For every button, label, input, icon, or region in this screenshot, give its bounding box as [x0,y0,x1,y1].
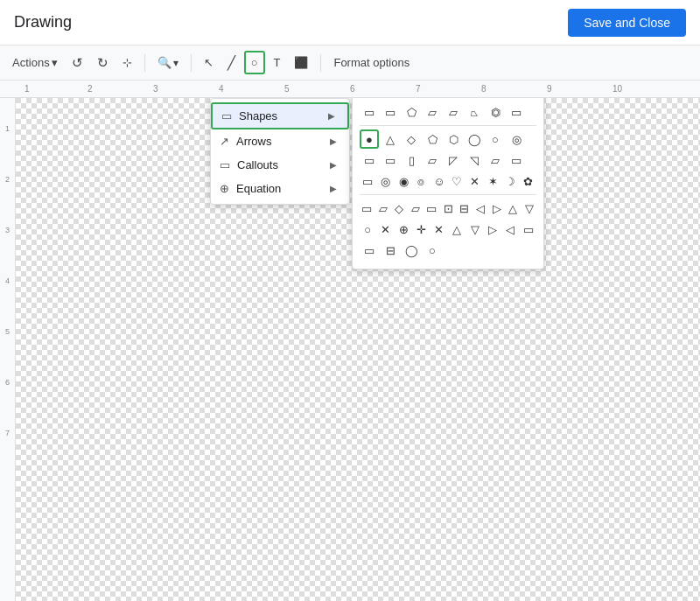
shape-diamond[interactable]: ◇ [402,129,421,149]
shapes-row-3: ▭ ◎ ◉ ⌾ ☺ ♡ ✕ ✶ ☽ ✿ [360,171,536,191]
shape-star[interactable]: ✶ [485,171,500,191]
ruler-v-mark-1: 1 [5,124,10,133]
arrows-menu-item[interactable]: ↗ Arrows ▶ [211,129,349,153]
ruler-mark-4: 4 [219,84,224,94]
shape-r3[interactable]: ▯ [402,150,421,170]
actions-menu-button[interactable]: Actions ▾ [7,52,63,73]
shape-rect3[interactable]: ▭ [507,102,526,122]
select-icon: ↖ [204,56,214,69]
shape-t11[interactable]: ▽ [522,199,536,218]
shape-r5[interactable]: ◸ [444,150,463,170]
format-options-button[interactable]: Format options [328,52,415,73]
shape-u3[interactable]: ⊕ [396,220,411,239]
shape-v2[interactable]: ⊟ [381,241,400,260]
shape-u9[interactable]: ◁ [502,220,518,239]
shape-moon[interactable]: ☽ [502,171,518,191]
shape-triangle[interactable]: △ [381,129,400,149]
shape-s1[interactable]: ▭ [360,171,375,191]
shape-t1[interactable]: ▭ [360,199,374,218]
undo-icon: ↺ [72,55,83,71]
shape-t5[interactable]: ▭ [424,199,439,218]
shape-s3[interactable]: ◉ [396,171,411,191]
shape-u1[interactable]: ○ [360,220,375,239]
shape-x[interactable]: ✕ [466,171,482,191]
ruler-mark-7: 7 [416,84,421,94]
ruler-mark-1: 1 [24,84,30,94]
shape-t6[interactable]: ⊡ [441,199,456,218]
shape-u4[interactable]: ✛ [413,220,429,239]
move-button[interactable]: ⊹ [117,52,137,73]
callouts-menu-label: Callouts [237,158,278,171]
shape-t8[interactable]: ◁ [473,199,488,218]
move-icon: ⊹ [122,56,132,69]
shapes-row-5: ○ ✕ ⊕ ✛ ✕ △ ▽ ▷ ◁ ▭ [360,220,536,239]
shape-r2[interactable]: ▭ [381,150,400,170]
insert-menu: ▭ Shapes ▶ ↗ Arrows ▶ ▭ Callouts ▶ [210,98,350,205]
text-tool-button[interactable]: T [269,52,286,73]
shape-flower[interactable]: ✿ [521,171,536,191]
ruler-v-mark-4: 4 [5,276,10,285]
toolbar-divider-2 [191,54,192,72]
shape-v1[interactable]: ▭ [360,241,379,260]
shape-circle-selected[interactable]: ● [360,129,379,149]
shape-r4[interactable]: ▱ [423,150,442,170]
shape-t4[interactable]: ▱ [409,199,424,218]
drawing-canvas[interactable]: 1 2 3 4 5 6 7 ▭ Shapes ▶ ↗ Arrows ▶ [0,98,700,601]
shape-para2[interactable]: ▱ [444,102,463,122]
shape-smiley[interactable]: ☺ [431,171,447,191]
shapes-dropdown: ▭ Shapes ▶ ↗ Arrows ▶ ▭ Callouts ▶ [210,98,350,205]
line-tool-button[interactable]: ╱ [222,52,241,74]
shape-t9[interactable]: ▷ [489,199,504,218]
shape-ring2[interactable]: ◎ [507,129,526,149]
shape-hex[interactable]: ⬡ [444,129,463,149]
shape-t7[interactable]: ⊟ [457,199,472,218]
actions-chevron-icon: ▾ [52,56,58,69]
shape-u2[interactable]: ✕ [377,220,393,239]
shapes-row-2: ▭ ▭ ▯ ▱ ◸ ◹ ▱ ▭ [360,150,536,170]
shape-u8[interactable]: ▷ [485,220,500,239]
shape-trap2[interactable]: ⏣ [486,102,505,122]
shape-rect[interactable]: ▭ [360,102,379,122]
shape-pentagon[interactable]: ⬠ [423,129,442,149]
shape-u5[interactable]: ✕ [431,220,447,239]
shape-s4[interactable]: ⌾ [413,171,429,191]
shape-heart[interactable]: ♡ [449,171,465,191]
callouts-menu-item[interactable]: ▭ Callouts ▶ [211,153,349,177]
redo-button[interactable]: ↻ [92,52,114,74]
undo-button[interactable]: ↺ [66,52,88,74]
shape-trap[interactable]: ⏢ [465,102,484,122]
select-tool-button[interactable]: ↖ [199,52,219,73]
shapes-menu-item[interactable]: ▭ Shapes ▶ [211,102,349,129]
ruler-mark-9: 9 [547,84,552,94]
ruler-mark-5: 5 [284,84,290,94]
shape-t3[interactable]: ◇ [392,199,407,218]
shape-r1[interactable]: ▭ [360,150,379,170]
shape-tool-button[interactable]: ○ [244,51,265,74]
shape-v3[interactable]: ◯ [402,241,421,260]
equation-menu-item[interactable]: ⊕ Equation ▶ [211,177,349,200]
shape-oval[interactable]: ◯ [465,129,484,149]
image-tool-button[interactable]: ⬛ [289,52,313,73]
shape-u10[interactable]: ▭ [521,220,536,239]
shape-v4[interactable]: ○ [423,241,442,260]
shape-r7[interactable]: ▱ [486,150,505,170]
zoom-button[interactable]: 🔍 ▾ [152,52,184,73]
shape-r6[interactable]: ◹ [465,150,484,170]
shape-r8[interactable]: ▭ [507,150,526,170]
callouts-menu-icon: ▭ [220,158,230,171]
save-close-button[interactable]: Save and Close [568,9,686,37]
arrows-menu-label: Arrows [236,135,271,148]
shape-rect2[interactable]: ▭ [381,102,400,122]
shape-u7[interactable]: ▽ [466,220,482,239]
shape-round-rect[interactable]: ⬠ [402,102,421,122]
shape-t2[interactable]: ▱ [376,199,391,218]
arrows-menu-icon: ↗ [220,135,229,148]
shape-para1[interactable]: ▱ [423,102,442,122]
shape-s2[interactable]: ◎ [377,171,393,191]
ruler-mark-10: 10 [612,84,622,94]
ruler-mark-6: 6 [350,84,355,94]
shape-icon: ○ [251,56,258,69]
shape-t10[interactable]: △ [506,199,521,218]
shape-u6[interactable]: △ [449,220,465,239]
shape-ring[interactable]: ○ [486,129,505,149]
